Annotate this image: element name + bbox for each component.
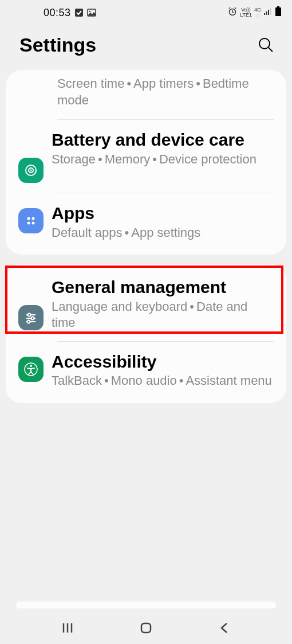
settings-card-1: Screen time•App timers•Bedtime mode Batt… (6, 70, 286, 255)
svg-point-18 (32, 222, 35, 225)
item-title: Battery and device care (52, 130, 274, 150)
svg-rect-7 (270, 8, 271, 15)
item-subtitle: Language and keyboard•Date and time (52, 299, 274, 331)
svg-point-26 (30, 365, 32, 367)
svg-rect-4 (264, 13, 265, 15)
svg-point-10 (259, 38, 270, 49)
search-button[interactable] (254, 33, 277, 56)
search-icon (257, 36, 274, 53)
home-button[interactable] (136, 618, 156, 638)
svg-point-2 (89, 11, 90, 12)
battery-icon (275, 6, 282, 19)
settings-card-2: General management Language and keyboard… (6, 264, 286, 403)
data-indicator: 4G ↓↑ (254, 7, 261, 18)
svg-point-20 (28, 314, 31, 317)
app-header: Settings (0, 22, 292, 68)
item-title: Accessibility (52, 352, 274, 372)
item-subtitle: Storage•Memory•Device protection (52, 151, 274, 168)
navigation-bar (0, 612, 292, 644)
svg-line-11 (269, 48, 273, 52)
svg-point-22 (31, 317, 34, 320)
status-right: Vo)) LTE1 4G ↓↑ (227, 6, 282, 19)
svg-rect-0 (75, 9, 83, 17)
home-icon (139, 621, 153, 635)
svg-point-17 (27, 222, 30, 225)
settings-item-digital-wellbeing[interactable]: Screen time•App timers•Bedtime mode (6, 73, 286, 120)
item-subtitle: TalkBack•Mono audio•Assistant menu (52, 373, 274, 389)
status-time: 00:53 (44, 7, 71, 19)
status-bar: 00:53 Vo)) LTE1 4G ↓↑ (0, 0, 292, 22)
checkbox-icon (74, 8, 84, 17)
svg-point-15 (27, 217, 30, 220)
settings-item-battery[interactable]: Battery and device care Storage•Memory•D… (6, 120, 286, 193)
recents-button[interactable] (58, 618, 77, 638)
accessibility-icon (18, 357, 44, 382)
item-subtitle: Screen time•App timers•Bedtime mode (57, 76, 274, 108)
item-subtitle: Default apps•App settings (52, 225, 274, 241)
back-icon (218, 622, 231, 634)
settings-item-general[interactable]: General management Language and keyboard… (6, 267, 286, 342)
settings-item-apps[interactable]: Apps Default apps•App settings (6, 193, 286, 251)
battery-care-icon (18, 158, 44, 183)
back-button[interactable] (215, 618, 234, 638)
item-title: General management (52, 278, 274, 298)
signal-icon (263, 7, 273, 18)
svg-rect-6 (268, 10, 269, 15)
recents-icon (61, 622, 74, 634)
settings-item-accessibility[interactable]: Accessibility TalkBack•Mono audio•Assist… (6, 342, 286, 400)
alarm-icon (227, 6, 238, 19)
item-title: Apps (52, 204, 274, 224)
svg-point-24 (27, 321, 30, 323)
page-title: Settings (19, 34, 96, 56)
volte-indicator: Vo)) LTE1 (240, 7, 252, 18)
image-icon (87, 8, 96, 17)
status-left: 00:53 (10, 7, 96, 19)
svg-rect-30 (141, 623, 151, 633)
general-management-icon (18, 305, 44, 330)
svg-rect-9 (275, 7, 281, 16)
svg-rect-5 (266, 11, 267, 15)
svg-rect-8 (277, 6, 279, 7)
svg-point-14 (30, 170, 32, 171)
scroll-indicator (16, 602, 276, 608)
apps-icon (18, 208, 44, 233)
svg-point-16 (32, 217, 35, 220)
